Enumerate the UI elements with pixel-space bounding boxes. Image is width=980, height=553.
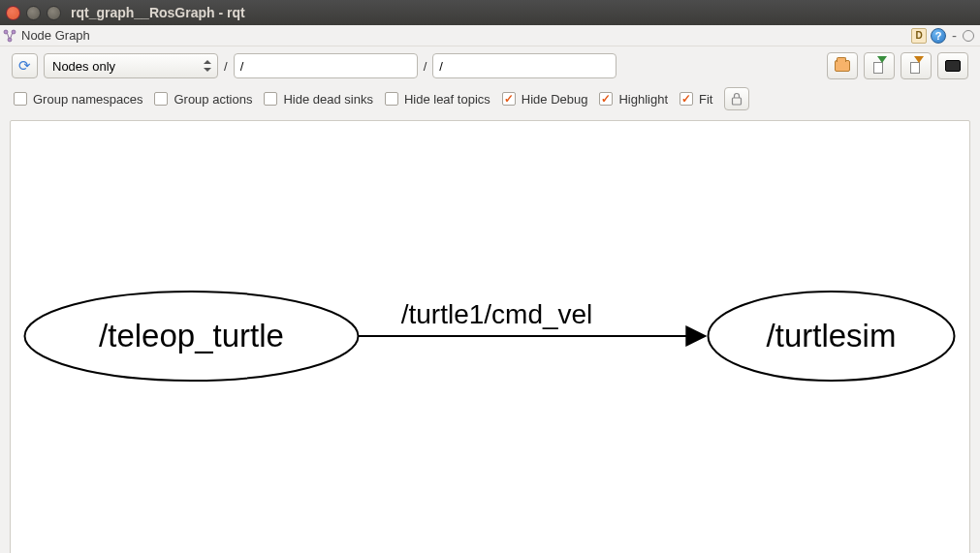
save-all-button[interactable] xyxy=(901,52,932,79)
checkbox-icon xyxy=(14,92,27,106)
checkbox-icon xyxy=(599,92,613,106)
node-filter-label: / xyxy=(424,59,427,74)
window-titlebar: rqt_graph__RosGraph - rqt xyxy=(0,0,980,25)
undock-dash[interactable]: - xyxy=(952,27,957,44)
svg-line-3 xyxy=(8,33,10,38)
checkbox-icon xyxy=(264,92,277,106)
dock-badge-icon[interactable]: D xyxy=(911,28,927,44)
filter-mode-value: Nodes only xyxy=(52,59,115,74)
filter-mode-dropdown[interactable]: Nodes only xyxy=(44,53,218,78)
checkbox-label: Hide leaf topics xyxy=(404,92,490,107)
hide-debug-checkbox[interactable]: Hide Debug xyxy=(502,92,588,107)
svg-point-1 xyxy=(12,30,16,34)
plugin-title: Node Graph xyxy=(21,28,90,43)
svg-line-4 xyxy=(11,33,13,38)
checkbox-label: Highlight xyxy=(618,92,668,107)
graph-node-label: /teleop_turtle xyxy=(99,318,284,353)
graph-edge-label: /turtle1/cmd_vel xyxy=(401,299,593,329)
lock-icon xyxy=(731,92,743,106)
group-actions-checkbox[interactable]: Group actions xyxy=(154,92,252,107)
svg-point-0 xyxy=(4,30,8,34)
screenshot-button[interactable] xyxy=(937,52,968,79)
checkbox-icon xyxy=(154,92,168,106)
help-icon[interactable]: ? xyxy=(931,28,946,44)
folder-icon xyxy=(835,60,850,72)
float-icon[interactable] xyxy=(963,30,974,42)
checkbox-label: Group actions xyxy=(174,92,252,107)
fit-checkbox[interactable]: Fit xyxy=(680,92,712,107)
checkbox-label: Group namespaces xyxy=(33,92,142,107)
topic-filter-input[interactable] xyxy=(234,53,418,78)
refresh-button[interactable]: ⟳ xyxy=(12,53,38,78)
maximize-icon[interactable] xyxy=(47,6,61,20)
highlight-checkbox[interactable]: Highlight xyxy=(599,92,668,107)
checkbox-icon xyxy=(502,92,516,106)
save-button[interactable] xyxy=(864,52,895,79)
node-graph-icon xyxy=(2,28,17,44)
svg-point-2 xyxy=(8,38,12,42)
window-title: rqt_graph__RosGraph - rqt xyxy=(71,5,245,20)
save-icon xyxy=(871,58,887,74)
checkbox-label: Hide Debug xyxy=(522,92,588,107)
open-button[interactable] xyxy=(827,52,858,79)
minimize-icon[interactable] xyxy=(26,6,41,20)
svg-rect-5 xyxy=(733,98,742,105)
hide-leaf-topics-checkbox[interactable]: Hide leaf topics xyxy=(385,92,490,107)
graph-node-label: /turtlesim xyxy=(767,318,897,353)
checkbox-icon xyxy=(385,92,398,106)
screen-icon xyxy=(945,60,961,72)
group-namespaces-checkbox[interactable]: Group namespaces xyxy=(14,92,142,107)
checkbox-label: Fit xyxy=(699,92,712,107)
refresh-icon: ⟳ xyxy=(18,57,31,75)
checkbox-label: Hide dead sinks xyxy=(283,92,373,107)
toolbar: ⟳ Nodes only / / xyxy=(0,46,980,83)
options-row: Group namespaces Group actions Hide dead… xyxy=(0,83,980,118)
save-all-icon xyxy=(908,58,924,74)
graph-canvas[interactable]: /teleop_turtle /turtlesim /turtle1/cmd_v… xyxy=(10,120,970,553)
node-filter-input[interactable] xyxy=(432,53,616,78)
plugin-header: Node Graph D ? - xyxy=(0,25,980,46)
hide-dead-sinks-checkbox[interactable]: Hide dead sinks xyxy=(264,92,373,107)
checkbox-icon xyxy=(680,92,693,106)
close-icon[interactable] xyxy=(6,6,20,20)
lock-zoom-button[interactable] xyxy=(724,87,749,110)
topic-filter-label: / xyxy=(224,59,228,74)
